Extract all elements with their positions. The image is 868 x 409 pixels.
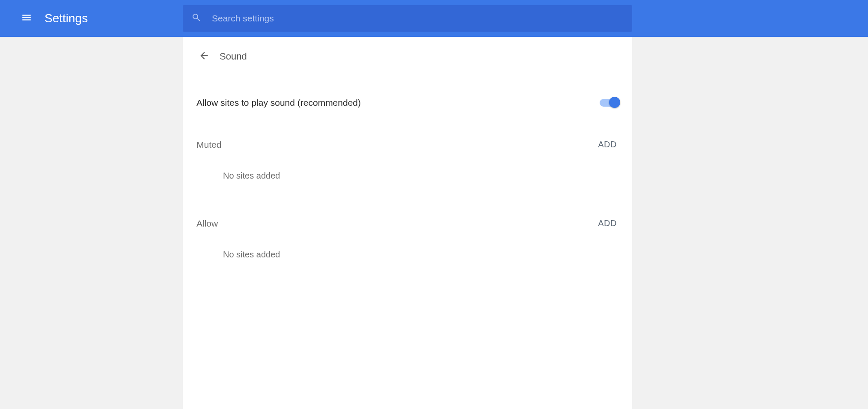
allow-section-header: Allow ADD xyxy=(196,215,618,232)
menu-button[interactable] xyxy=(16,8,37,29)
app-header: Settings xyxy=(0,0,868,37)
allow-add-button[interactable]: ADD xyxy=(596,215,618,232)
allow-sound-row: Allow sites to play sound (recommended) xyxy=(183,82,632,123)
allow-section-title: Allow xyxy=(196,218,218,229)
allow-empty-text: No sites added xyxy=(196,232,618,277)
page-title: Sound xyxy=(220,51,247,62)
arrow-left-icon xyxy=(199,50,210,63)
muted-add-button[interactable]: ADD xyxy=(596,136,618,153)
back-button[interactable] xyxy=(196,48,213,65)
allow-section: Allow ADD No sites added xyxy=(183,202,632,281)
muted-section-header: Muted ADD xyxy=(196,136,618,153)
muted-section-title: Muted xyxy=(196,140,221,150)
card-header: Sound xyxy=(183,37,632,76)
allow-sound-label: Allow sites to play sound (recommended) xyxy=(196,98,361,108)
search-bar[interactable] xyxy=(183,5,632,32)
app-title: Settings xyxy=(45,12,88,25)
page-body: Sound Allow sites to play sound (recomme… xyxy=(0,37,868,409)
search-input[interactable] xyxy=(212,13,624,24)
muted-section: Muted ADD No sites added xyxy=(183,123,632,202)
search-icon xyxy=(191,12,202,24)
hamburger-icon xyxy=(21,12,32,25)
allow-sound-toggle[interactable] xyxy=(600,99,618,107)
muted-empty-text: No sites added xyxy=(196,153,618,198)
settings-card: Sound Allow sites to play sound (recomme… xyxy=(183,37,632,409)
